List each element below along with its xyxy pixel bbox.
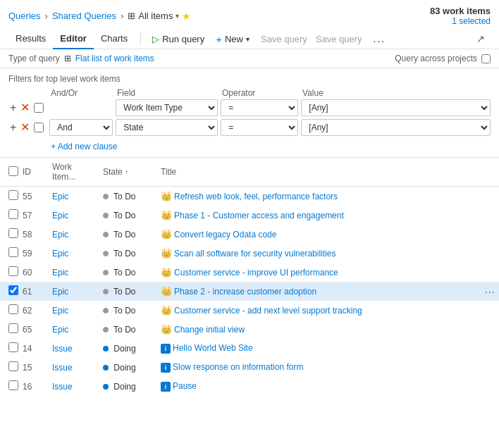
row-id: 61 (17, 282, 47, 301)
row1-operator-select[interactable]: = != Contains (221, 99, 298, 116)
row-checkbox[interactable] (8, 361, 18, 371)
row2-operator-select[interactable]: = != Contains (221, 119, 298, 136)
row-type-link[interactable]: Epic (52, 306, 68, 316)
query-type-value[interactable]: Flat list of work items (75, 54, 154, 63)
state-dot (103, 213, 109, 218)
row-type-link[interactable]: Epic (52, 268, 68, 278)
row-actions (479, 339, 499, 358)
row1-field-select[interactable]: Work Item Type State Title (116, 99, 218, 116)
row-title-link[interactable]: Refresh web look, feel, performance fact… (174, 192, 338, 201)
row-title-link[interactable]: Hello World Web Site (173, 343, 253, 353)
remove-row2-button[interactable]: ✕ (19, 122, 31, 133)
row-checkbox[interactable] (8, 285, 18, 295)
row1-checkbox[interactable] (34, 103, 44, 113)
col-state-header[interactable]: State ↑ (97, 158, 155, 187)
col-title-header[interactable]: Title (155, 158, 479, 187)
row-title-link[interactable]: Customer service - improve UI performanc… (174, 268, 338, 278)
query-type-section: Type of query ⊞ Flat list of work items (8, 54, 154, 63)
row-state: To Do (97, 225, 155, 244)
add-row2-button[interactable]: + (8, 122, 18, 133)
row-title-link[interactable]: Slow response on information form (173, 362, 303, 372)
row-checkbox[interactable] (8, 380, 18, 390)
row-checkbox[interactable] (8, 266, 18, 276)
row2-andor-select[interactable]: And Or (49, 119, 113, 136)
row-id: 60 (17, 263, 47, 282)
add-clause-link[interactable]: + Add new clause (8, 139, 491, 157)
row-title-link[interactable]: Pause (173, 381, 197, 391)
row-type-link[interactable]: Epic (52, 249, 68, 259)
tab-charts[interactable]: Charts (94, 29, 135, 49)
tab-editor[interactable]: Editor (53, 29, 94, 49)
state-dot (103, 289, 109, 294)
row-type: Issue (47, 339, 97, 358)
col-type-header[interactable]: Work Item... (47, 158, 97, 187)
add-row1-button[interactable]: + (8, 102, 18, 113)
row-type: Epic (47, 320, 97, 339)
row-state: To Do (97, 263, 155, 282)
more-options-button[interactable]: ... (368, 30, 392, 48)
row-checkbox[interactable] (8, 342, 18, 352)
new-button[interactable]: + New ▾ (210, 30, 255, 49)
row-more-button[interactable]: ··· (482, 286, 498, 297)
row-title-link[interactable]: Phase 2 - increase customer adoption (174, 287, 316, 297)
state-dot (103, 194, 109, 199)
row-type-link[interactable]: Issue (52, 344, 73, 354)
row-checkbox[interactable] (8, 247, 18, 257)
new-chevron-icon: ▾ (246, 35, 250, 43)
row-title-link[interactable]: Customer service - add next level suppor… (174, 306, 362, 316)
row-title-link[interactable]: Change initial view (174, 325, 245, 335)
row-type-link[interactable]: Epic (52, 287, 68, 297)
breadcrumb-shared[interactable]: Shared Queries (52, 11, 116, 21)
row-title-link[interactable]: Convert legacy Odata code (174, 230, 276, 239)
row2-checkbox[interactable] (34, 123, 44, 132)
query-type-grid-icon: ⊞ (64, 54, 71, 63)
filter-row-2: + ✕ And Or State Work Item Type Title = … (8, 119, 491, 136)
table-row: 15 Issue Doing iSlow response on informa… (0, 358, 499, 377)
row-id: 55 (17, 187, 47, 206)
row2-field-select[interactable]: State Work Item Type Title (116, 119, 218, 136)
remove-row1-button[interactable]: ✕ (19, 102, 31, 113)
row-title: 👑Change initial view (155, 320, 479, 339)
row-type: Issue (47, 358, 97, 377)
row2-value-select[interactable]: [Any] To Do Doing Done (301, 119, 491, 136)
star-icon[interactable]: ★ (182, 11, 191, 22)
row-actions (479, 244, 499, 263)
save-query-button[interactable]: Save query (255, 30, 313, 48)
row-title-link[interactable]: Phase 1 - Customer access and engagement (174, 211, 344, 220)
row-type: Epic (47, 225, 97, 244)
chevron-down-icon[interactable]: ▾ (175, 12, 179, 20)
col-check-header[interactable] (0, 158, 17, 187)
state-dot (103, 251, 109, 256)
row-type-link[interactable]: Epic (52, 230, 68, 239)
row-actions (479, 301, 499, 320)
row-id: 58 (17, 225, 47, 244)
issue-icon: i (161, 363, 171, 373)
row1-value-select[interactable]: [Any] Epic Issue (301, 99, 491, 116)
row-type-link[interactable]: Epic (52, 192, 68, 201)
row-checkbox[interactable] (8, 228, 18, 238)
epic-icon: 👑 (161, 248, 172, 259)
work-items-count: 83 work items 1 selected (430, 6, 491, 26)
row-checkbox[interactable] (8, 323, 18, 333)
row-type: Epic (47, 187, 97, 206)
cross-projects-checkbox[interactable] (481, 54, 491, 63)
row-title-link[interactable]: Scan all software for security vulnerabi… (174, 249, 335, 259)
row-type: Epic (47, 301, 97, 320)
row-type-link[interactable]: Issue (52, 382, 73, 392)
row-checkbox-cell (0, 206, 17, 225)
row-type-link[interactable]: Epic (52, 325, 68, 335)
row-checkbox[interactable] (8, 209, 18, 219)
tab-results[interactable]: Results (8, 29, 53, 49)
col-id-header[interactable]: ID (17, 158, 47, 187)
expand-button[interactable]: ↗ (471, 30, 491, 48)
breadcrumb-queries[interactable]: Queries (8, 11, 41, 21)
row-type-link[interactable]: Epic (52, 211, 68, 220)
grid-icon: ⊞ (128, 11, 135, 21)
row-type-link[interactable]: Issue (52, 363, 73, 373)
row-checkbox-cell (0, 263, 17, 282)
row-checkbox[interactable] (8, 190, 18, 200)
run-query-button[interactable]: ▷ Run query (147, 30, 210, 48)
row-type: Epic (47, 263, 97, 282)
filter-row-1: + ✕ Work Item Type State Title = != Cont… (8, 99, 491, 116)
row-checkbox[interactable] (8, 304, 18, 314)
